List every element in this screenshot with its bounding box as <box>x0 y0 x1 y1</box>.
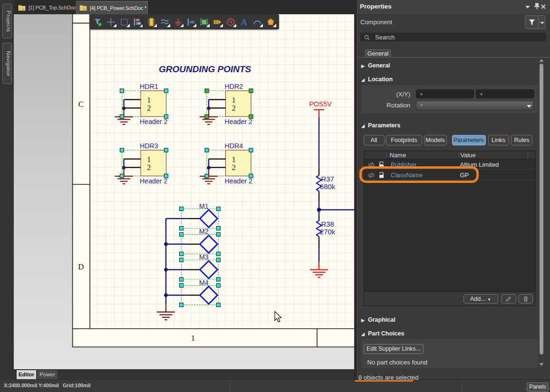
svg-text:2: 2 <box>232 163 236 172</box>
svg-text:C: C <box>78 100 84 109</box>
svg-text:M3: M3 <box>199 253 209 261</box>
svg-text:2: 2 <box>147 163 151 172</box>
svg-text:1: 1 <box>147 96 151 105</box>
svg-text:Header 2: Header 2 <box>140 177 167 185</box>
svg-text:1: 1 <box>232 155 236 164</box>
svg-text:HDR1: HDR1 <box>140 83 158 90</box>
svg-text:680k: 680k <box>320 183 336 191</box>
svg-text:270k: 270k <box>320 228 336 236</box>
svg-text:D1: D1 <box>214 20 219 24</box>
svg-text:M4: M4 <box>199 279 209 287</box>
svg-text:2: 2 <box>147 104 151 113</box>
svg-text:Header 2: Header 2 <box>225 177 252 185</box>
svg-text:M2: M2 <box>199 228 209 235</box>
svg-text:R37: R37 <box>321 175 334 183</box>
svg-text:2: 2 <box>232 104 236 113</box>
svg-text:HDR2: HDR2 <box>225 83 243 90</box>
svg-text:GROUNDING POINTS: GROUNDING POINTS <box>159 64 251 74</box>
svg-text:Header 2: Header 2 <box>140 118 167 125</box>
svg-text:R38: R38 <box>321 220 334 228</box>
svg-text:HDR3: HDR3 <box>140 142 158 150</box>
svg-text:1: 1 <box>232 96 236 105</box>
svg-text:POS5V: POS5V <box>309 100 332 108</box>
svg-text:D: D <box>78 262 84 271</box>
svg-text:M1: M1 <box>199 202 209 210</box>
svg-text:HDR4: HDR4 <box>225 142 243 150</box>
svg-text:A: A <box>241 18 247 27</box>
svg-text:Header 2: Header 2 <box>225 118 252 125</box>
svg-text:1: 1 <box>191 334 195 343</box>
svg-text:1: 1 <box>147 155 151 164</box>
